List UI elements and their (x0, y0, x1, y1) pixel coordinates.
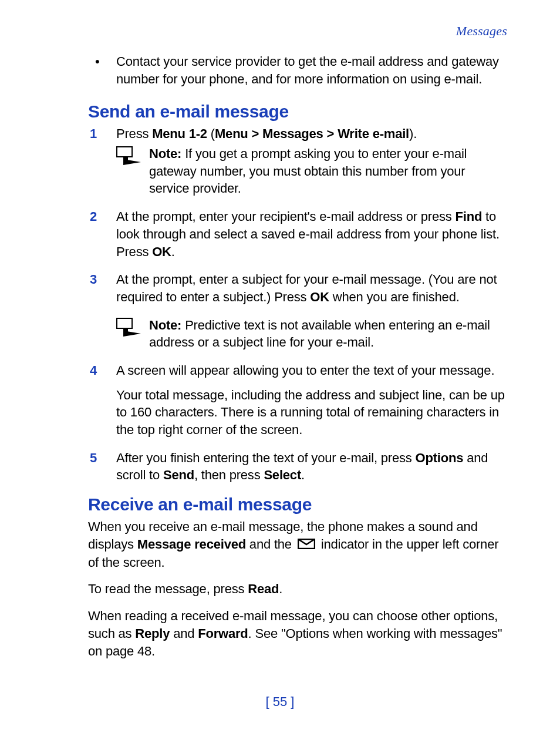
note-label: Note: (149, 146, 185, 161)
text: ). (409, 126, 417, 141)
text: . (279, 581, 282, 596)
page-number: [ 55 ] (0, 694, 560, 710)
svg-rect-2 (123, 157, 128, 160)
svg-rect-3 (117, 318, 132, 328)
step-2: At the prompt, enter your recipient's e-… (88, 208, 507, 260)
bold: Menu > Messages > Write e-mail (215, 126, 409, 141)
note-block: Note: Predictive text is not available w… (88, 317, 507, 351)
text: To read the message, press (88, 581, 248, 596)
text: and the (246, 537, 295, 552)
note-body: Predictive text is not available when en… (149, 318, 490, 350)
text: . (171, 244, 175, 259)
step4-continuation: Your total message, including the addres… (116, 386, 507, 439)
text: At the prompt, enter your recipient's e-… (116, 209, 456, 224)
bold: Read (248, 581, 279, 596)
svg-rect-5 (123, 328, 128, 332)
step-3: At the prompt, enter a subject for your … (88, 271, 507, 351)
bold: Message received (137, 537, 246, 552)
text: . (301, 468, 305, 482)
send-steps: Press Menu 1-2 (Menu > Messages > Write … (88, 125, 507, 484)
bold: Options (416, 450, 464, 465)
text: , then press (194, 468, 264, 482)
note-label: Note: (149, 318, 185, 332)
page-content: Messages Contact your service provider t… (0, 0, 560, 704)
step-4: A screen will appear allowing you to ent… (88, 362, 507, 439)
bold: Find (456, 209, 483, 224)
text: Press (116, 126, 152, 141)
heading-receive-email: Receive an e-mail message (88, 495, 507, 515)
bold: Select (264, 468, 301, 482)
bold: OK (310, 290, 329, 304)
text: A screen will appear allowing you to ent… (116, 363, 494, 378)
note-icon (116, 318, 141, 342)
text: and (170, 626, 198, 641)
bold: Menu 1-2 (152, 126, 211, 141)
step-1: Press Menu 1-2 (Menu > Messages > Write … (88, 125, 507, 197)
intro-bullet-item: Contact your service provider to get the… (88, 53, 507, 88)
bold: Send (163, 468, 194, 482)
note-block: Note: If you get a prompt asking you to … (116, 145, 507, 197)
envelope-icon (298, 536, 315, 554)
heading-send-email: Send an e-mail message (88, 102, 507, 122)
bold: OK (152, 244, 171, 259)
note-icon (116, 146, 141, 171)
text: ( (211, 126, 215, 141)
intro-bullet-list: Contact your service provider to get the… (88, 53, 507, 88)
note-text: Note: Predictive text is not available w… (149, 317, 507, 351)
receive-p3: When reading a received e-mail message, … (88, 607, 507, 660)
bold: Forward (198, 626, 248, 641)
bold: Reply (135, 626, 170, 641)
text: After you finish entering the text of yo… (116, 450, 416, 465)
receive-p1: When you receive an e-mail message, the … (88, 518, 507, 571)
note-text: Note: If you get a prompt asking you to … (149, 145, 507, 197)
text: when you are finished. (329, 290, 460, 304)
receive-p2: To read the message, press Read. (88, 580, 507, 598)
note-body: If you get a prompt asking you to enter … (149, 146, 467, 196)
running-header: Messages (88, 23, 507, 39)
svg-rect-0 (117, 147, 132, 157)
step-5: After you finish entering the text of yo… (88, 449, 507, 484)
